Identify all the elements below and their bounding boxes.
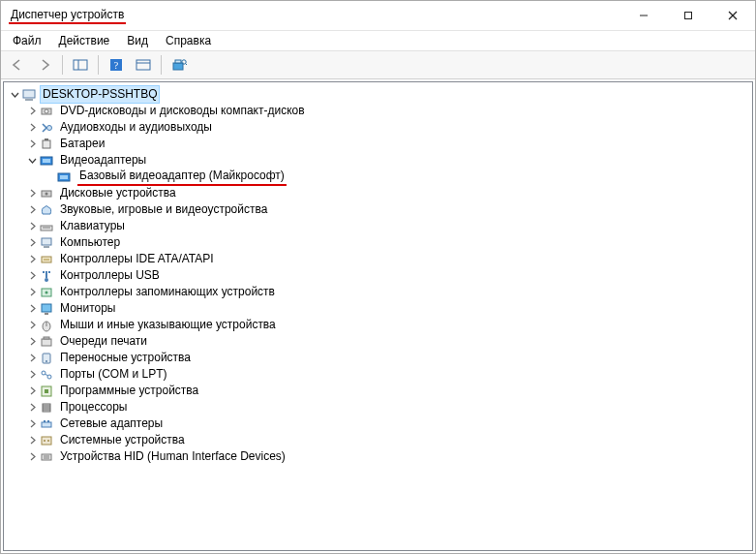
category-label: Звуковые, игровые и видеоустройства	[58, 201, 269, 218]
maximize-icon	[683, 11, 693, 20]
expand-icon[interactable]	[25, 434, 39, 447]
forward-button[interactable]	[32, 53, 57, 77]
close-button[interactable]	[711, 1, 755, 30]
category-row[interactable]: Дисковые устройства	[25, 185, 752, 201]
highlighted-device: Базовый видеоадаптер (Майкрософт)	[77, 168, 287, 186]
properties-button[interactable]	[131, 53, 156, 77]
category-row[interactable]: Программные устройства	[25, 383, 752, 399]
expand-icon[interactable]	[25, 220, 39, 233]
category-row[interactable]: Звуковые, игровые и видеоустройства	[25, 201, 752, 218]
category-row[interactable]: Сетевые адаптеры	[25, 416, 752, 432]
titlebar: Диспетчер устройств	[1, 1, 755, 31]
category-row[interactable]: Переносные устройства	[25, 350, 752, 366]
expand-icon[interactable]	[25, 253, 39, 266]
svg-point-45	[47, 375, 51, 379]
menu-help[interactable]: Справка	[158, 32, 219, 49]
category-label: Очереди печати	[58, 333, 149, 350]
svg-point-57	[44, 440, 45, 442]
expand-icon[interactable]	[25, 319, 39, 332]
category-label: Дисковые устройства	[58, 185, 178, 201]
expand-icon[interactable]	[25, 236, 39, 250]
category-row[interactable]: Батареи	[25, 136, 752, 152]
expand-icon[interactable]	[25, 352, 39, 365]
menu-view[interactable]: Вид	[119, 32, 156, 49]
svg-rect-32	[44, 259, 49, 261]
svg-point-17	[45, 109, 48, 113]
collapse-icon[interactable]	[8, 88, 21, 102]
category-row[interactable]: Клавиатуры	[25, 218, 752, 234]
svg-point-33	[45, 278, 48, 282]
category-row[interactable]: Видеоадаптеры	[25, 152, 752, 169]
svg-line-46	[45, 374, 48, 375]
expand-icon[interactable]	[25, 450, 39, 464]
svg-line-13	[186, 64, 188, 66]
category-row[interactable]: Контроллеры IDE ATA/ATAPI	[25, 251, 752, 267]
expand-icon[interactable]	[25, 335, 39, 349]
category-row[interactable]: Устройства HID (Human Interface Devices)	[25, 448, 752, 465]
svg-rect-54	[44, 420, 45, 422]
category-row[interactable]: Контроллеры запоминающих устройств	[25, 284, 752, 300]
svg-rect-53	[42, 422, 51, 427]
svg-rect-19	[43, 140, 50, 148]
close-icon	[728, 11, 738, 20]
console-tree-icon	[73, 58, 88, 72]
category-row[interactable]: Системные устройства	[25, 432, 752, 448]
device-label: Базовый видеоадаптер (Майкрософт)	[77, 169, 287, 182]
help-button[interactable]: ?	[104, 53, 129, 77]
device-category-icon	[39, 433, 54, 448]
expand-icon[interactable]	[25, 368, 39, 382]
svg-rect-4	[74, 60, 87, 70]
expand-icon[interactable]	[25, 401, 39, 415]
window-controls	[621, 1, 755, 30]
expand-icon[interactable]	[25, 121, 39, 135]
category-label: Компьютер	[58, 234, 122, 251]
expand-icon[interactable]	[25, 269, 39, 283]
minimize-button[interactable]	[621, 1, 666, 30]
category-label: Системные устройства	[58, 432, 187, 448]
svg-rect-30	[44, 246, 49, 248]
expand-icon[interactable]	[25, 138, 39, 151]
svg-point-18	[47, 125, 52, 130]
category-row[interactable]: Компьютер	[25, 234, 752, 251]
expand-icon[interactable]	[25, 417, 39, 431]
category-row[interactable]: Процессоры	[25, 399, 752, 416]
show-hide-console-tree-button[interactable]	[68, 53, 93, 77]
svg-rect-29	[42, 238, 51, 245]
device-tree-area[interactable]: DESKTOP-PSSHTBQ DVD-дисководы и дисковод…	[3, 81, 753, 551]
menu-file[interactable]: Файл	[5, 32, 49, 49]
category-row[interactable]: Порты (COM и LPT)	[25, 366, 752, 383]
tree-root[interactable]: DESKTOP-PSSHTBQ	[8, 86, 752, 103]
expand-icon[interactable]	[25, 187, 39, 200]
collapse-icon[interactable]	[25, 154, 39, 168]
category-label: DVD-дисководы и дисководы компакт-дисков	[58, 103, 307, 119]
category-row[interactable]: Мониторы	[25, 300, 752, 317]
device-category-icon	[39, 334, 54, 350]
device-row[interactable]: Базовый видеоадаптер (Майкрософт)	[43, 169, 752, 185]
expand-icon[interactable]	[25, 385, 39, 398]
maximize-button[interactable]	[666, 1, 711, 30]
expand-icon[interactable]	[25, 105, 39, 118]
scan-hardware-button[interactable]	[166, 53, 192, 77]
svg-rect-1	[685, 13, 692, 19]
category-row[interactable]: Контроллеры USB	[25, 267, 752, 284]
category-row[interactable]: Аудиовходы и аудиовыходы	[25, 119, 752, 136]
back-button[interactable]	[5, 53, 30, 77]
category-row[interactable]: Мыши и иные указывающие устройства	[25, 317, 752, 333]
expand-icon[interactable]	[25, 286, 39, 299]
device-category-icon	[39, 120, 54, 136]
menu-action[interactable]: Действие	[51, 32, 118, 49]
category-label: Мыши и иные указывающие устройства	[58, 317, 278, 333]
svg-rect-24	[60, 175, 68, 179]
toolbar: ?	[1, 51, 755, 79]
title-underline-annotation	[9, 22, 126, 24]
device-category-icon	[39, 104, 54, 119]
category-row[interactable]: Очереди печати	[25, 333, 752, 350]
device-category-icon	[39, 137, 54, 152]
svg-rect-59	[42, 454, 51, 460]
device-category-icon	[39, 235, 54, 251]
expand-icon[interactable]	[25, 302, 39, 316]
expand-icon[interactable]	[25, 203, 39, 217]
svg-point-43	[45, 360, 47, 362]
category-row[interactable]: DVD-дисководы и дисководы компакт-дисков	[25, 103, 752, 119]
category-label: Порты (COM и LPT)	[58, 366, 169, 383]
